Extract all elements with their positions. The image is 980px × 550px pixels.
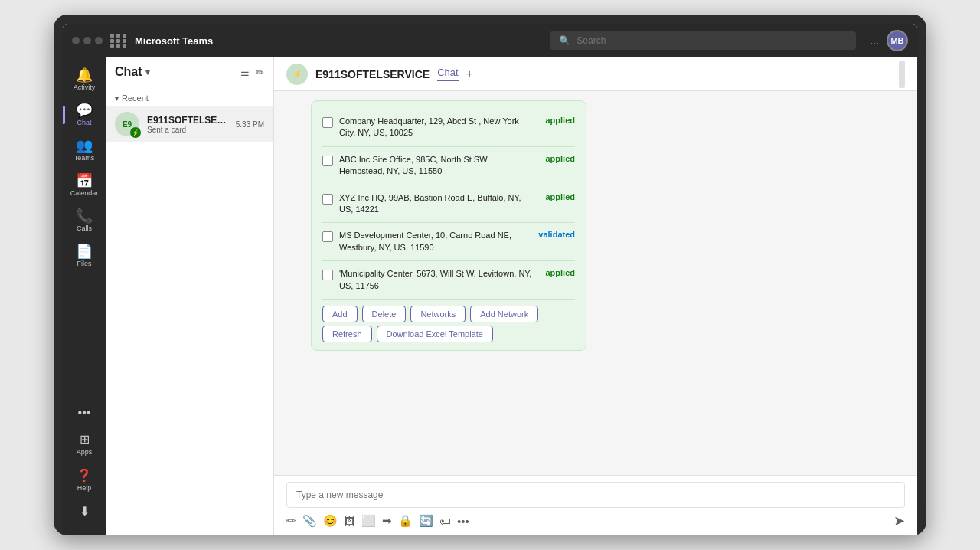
chat-title-text: Chat [115, 65, 142, 79]
contact-avatar: E9 ⚡ [115, 112, 139, 136]
location-status-1: applied [545, 154, 575, 163]
location-checkbox-1[interactable] [322, 156, 333, 166]
location-card: Company Headquarter, 129, Abcd St , New … [311, 100, 586, 351]
sidebar-label-help: Help [77, 484, 92, 492]
message-input-area: ✏ 📎 😊 🖼 ⬜ ➡ 🔒 🔄 🏷 ••• ➤ [274, 475, 917, 535]
refresh-button[interactable]: Refresh [322, 326, 372, 342]
location-checkbox-4[interactable] [322, 270, 333, 280]
compose-icon[interactable]: ✏ [256, 67, 264, 78]
sidebar-label-teams: Teams [74, 154, 95, 162]
location-checkbox-0[interactable] [322, 117, 333, 128]
teams-icon: 👥 [76, 139, 93, 152]
attach-icon[interactable]: 📎 [302, 514, 317, 528]
loop-icon[interactable]: 🔄 [419, 514, 433, 528]
location-status-0: applied [545, 116, 575, 125]
emoji-icon[interactable]: 😊 [323, 514, 338, 528]
location-text-0: Company Headquarter, 129, Abcd St , New … [339, 116, 533, 139]
add-button[interactable]: Add [322, 306, 358, 322]
sidebar-item-apps[interactable]: ⊞ Apps [63, 427, 106, 460]
chat-panel-title: Chat ▾ [115, 65, 150, 79]
location-row-3: MS Development Center, 10, Carno Road NE… [322, 223, 575, 261]
download-excel-button[interactable]: Download Excel Template [377, 326, 493, 342]
content-bot-name: E911SOFTELSERVICE [315, 68, 430, 80]
sidebar-item-calendar[interactable]: 📅 Calendar [63, 169, 106, 201]
sticker-icon[interactable]: ⬜ [361, 514, 376, 528]
card-action-buttons: Add Delete Networks Add Network [322, 300, 575, 322]
bot-indicator: ⚡ [130, 127, 141, 138]
sidebar-item-help[interactable]: ❓ Help [63, 463, 106, 496]
format-icon[interactable]: ✏ [286, 514, 296, 528]
messages-area: Company Headquarter, 129, Abcd St , New … [274, 91, 917, 475]
location-row-2: XYZ Inc HQ, 99AB, Bastion Road E, Buffal… [322, 185, 575, 224]
card-secondary-buttons: Refresh Download Excel Template [322, 322, 575, 342]
chat-panel: Chat ▾ ⚌ ✏ ▾ Recent E9 ⚡ [106, 57, 274, 535]
location-status-4: applied [545, 268, 575, 277]
location-status-2: applied [545, 192, 575, 201]
chevron-down-icon: ▾ [115, 94, 119, 103]
bot-header-avatar: ⚡ [286, 64, 308, 85]
calendar-icon: 📅 [76, 174, 93, 188]
calls-icon: 📞 [76, 209, 93, 223]
user-avatar[interactable]: MB [887, 30, 908, 51]
add-network-button[interactable]: Add Network [470, 306, 538, 322]
chat-contact-item[interactable]: E9 ⚡ E911SOFTELSERVICE Sent a card 5:33 … [106, 106, 273, 142]
content-tab-chat[interactable]: Chat [437, 67, 458, 81]
sidebar-item-activity[interactable]: 🔔 Activity [63, 64, 106, 96]
sidebar-label-calls: Calls [77, 224, 92, 232]
contact-name: E911SOFTELSERVICE [147, 115, 228, 126]
recent-section-label: ▾ Recent [106, 87, 273, 106]
message-input[interactable] [286, 482, 905, 508]
collapse-handle[interactable] [899, 61, 905, 88]
gif-icon[interactable]: 🖼 [344, 515, 355, 528]
delete-button[interactable]: Delete [362, 306, 407, 322]
location-checkbox-3[interactable] [322, 231, 333, 242]
location-text-2: XYZ Inc HQ, 99AB, Bastion Road E, Buffal… [339, 192, 533, 216]
schedule-icon[interactable]: 🔒 [398, 514, 413, 528]
search-input[interactable] [577, 35, 847, 46]
sidebar-item-more[interactable]: ••• [63, 401, 106, 424]
chat-chevron-icon: ▾ [145, 67, 150, 77]
praise-icon[interactable]: ➡ [382, 514, 392, 528]
location-status-3: validated [538, 230, 575, 239]
more-options-button[interactable]: ... [870, 34, 879, 47]
search-bar[interactable]: 🔍 [550, 31, 856, 50]
download-icon: ⬇ [80, 504, 90, 519]
help-icon: ❓ [77, 468, 92, 483]
location-text-1: ABC Inc Site Office, 985C, North St SW, … [339, 154, 533, 178]
title-bar: Microsoft Teams 🔍 ... MB [63, 24, 917, 57]
search-icon: 🔍 [559, 35, 570, 46]
sidebar-label-chat: Chat [77, 119, 91, 126]
location-text-3: MS Development Center, 10, Carno Road NE… [339, 230, 526, 254]
location-row-4: 'Municipality Center, 5673, Will St W, L… [322, 261, 575, 300]
more-tools-icon[interactable]: ••• [457, 515, 469, 528]
location-row-1: ABC Inc Site Office, 985C, North St SW, … [322, 147, 575, 185]
app-title: Microsoft Teams [132, 35, 213, 47]
chat-icon: 💬 [76, 103, 93, 117]
contact-info: E911SOFTELSERVICE Sent a card [147, 115, 228, 134]
content-area: ⚡ E911SOFTELSERVICE Chat + [274, 57, 917, 535]
sidebar-label-apps: Apps [77, 448, 93, 456]
sidebar: 🔔 Activity 💬 Chat 👥 Teams 📅 Calendar 📞 [63, 57, 106, 535]
location-checkbox-2[interactable] [322, 194, 333, 205]
filter-icon[interactable]: ⚌ [240, 67, 250, 78]
more-icon: ••• [78, 406, 91, 420]
networks-button[interactable]: Networks [410, 306, 466, 322]
content-header: ⚡ E911SOFTELSERVICE Chat + [274, 57, 917, 91]
sidebar-item-download[interactable]: ⬇ [63, 499, 106, 523]
location-text-4: 'Municipality Center, 5673, Will St W, L… [339, 268, 533, 292]
sidebar-item-teams[interactable]: 👥 Teams [63, 134, 106, 166]
files-icon: 📄 [76, 244, 93, 258]
sidebar-label-activity: Activity [74, 83, 96, 91]
send-button[interactable]: ➤ [893, 512, 905, 529]
sidebar-item-calls[interactable]: 📞 Calls [63, 205, 106, 237]
contact-time: 5:33 PM [236, 120, 264, 129]
chat-panel-header: Chat ▾ ⚌ ✏ [106, 57, 273, 87]
sidebar-item-files[interactable]: 📄 Files [63, 240, 106, 272]
location-row-0: Company Headquarter, 129, Abcd St , New … [322, 109, 575, 147]
sidebar-item-chat[interactable]: 💬 Chat [63, 99, 106, 131]
apps-icon: ⊞ [80, 432, 90, 447]
add-tab-button[interactable]: + [466, 67, 473, 81]
contact-avatar-text: E9 [122, 120, 132, 129]
message-toolbar: ✏ 📎 😊 🖼 ⬜ ➡ 🔒 🔄 🏷 ••• ➤ [286, 508, 905, 529]
tag-icon[interactable]: 🏷 [439, 515, 451, 528]
